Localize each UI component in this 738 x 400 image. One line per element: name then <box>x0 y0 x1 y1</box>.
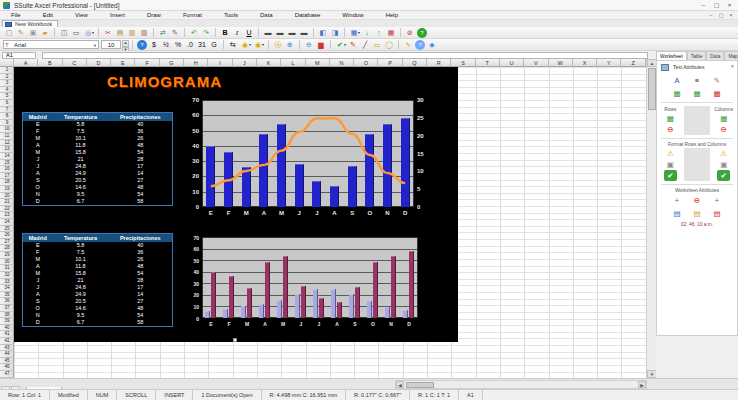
menu-draw[interactable]: Draw <box>136 11 172 20</box>
column-header-H[interactable]: H <box>184 59 208 67</box>
help-icon[interactable]: ? <box>417 28 427 38</box>
column-header-C[interactable]: C <box>63 59 87 67</box>
general-format-icon[interactable]: G <box>208 40 220 50</box>
side-tab-table[interactable]: Table <box>687 51 706 60</box>
side-tab-map[interactable]: Map <box>724 51 738 60</box>
side-tab-data[interactable]: Data <box>706 51 724 60</box>
menu-file[interactable]: File <box>0 11 32 20</box>
zoom-out-icon[interactable]: ⊖ <box>303 40 315 50</box>
row-header-29[interactable]: 29 <box>0 252 14 259</box>
menu-database[interactable]: Database <box>284 11 332 20</box>
row-header-19[interactable]: 19 <box>0 186 14 193</box>
new-document-icon[interactable]: ▢ <box>3 28 15 38</box>
table-append-icon[interactable]: ▦ <box>691 88 704 99</box>
database-remove-icon[interactable]: ⊘ <box>404 28 416 38</box>
menu-insert[interactable]: Insert <box>99 11 136 20</box>
column-header-U[interactable]: U <box>500 59 524 67</box>
column-header-R[interactable]: R <box>427 59 451 67</box>
horizontal-scroll-thumb[interactable] <box>406 382 434 388</box>
column-header-D[interactable]: D <box>87 59 111 67</box>
row-header-43[interactable]: 43 <box>0 345 14 352</box>
row-header-14[interactable]: 14 <box>0 153 14 160</box>
format-transfer-icon[interactable]: ⇄ <box>157 28 169 38</box>
draw-rectangle-icon[interactable]: ▭ <box>371 40 383 50</box>
side-tab-worksheet[interactable]: Worksheet <box>656 51 687 60</box>
split-window-icon[interactable]: ◨ <box>329 28 341 38</box>
column-header-F[interactable]: F <box>135 59 159 67</box>
draw-pencil-icon[interactable]: ✎ <box>169 28 181 38</box>
draw-lightning-icon[interactable]: ϟ <box>402 40 414 50</box>
row-header-13[interactable]: 13 <box>0 146 14 153</box>
column-header-N[interactable]: N <box>330 59 354 67</box>
redo-icon[interactable]: ↷ <box>200 28 212 38</box>
image-remove-icon[interactable]: ▤ <box>711 208 724 219</box>
horizontal-scrollbar[interactable]: ◀ ▶ <box>395 380 647 389</box>
column-header-K[interactable]: K <box>257 59 281 67</box>
row-header-25[interactable]: 25 <box>0 226 14 233</box>
menu-edit[interactable]: Edit <box>32 11 64 20</box>
row-header-10[interactable]: 10 <box>0 126 14 133</box>
column-apply-icon[interactable]: ✔ <box>717 170 730 181</box>
print-icon[interactable]: ▭ <box>70 28 82 38</box>
image-insert-icon[interactable]: ▤ <box>671 208 684 219</box>
row-header-12[interactable]: 12 <box>0 140 14 147</box>
print-preview-dropdown-icon[interactable]: ▾ <box>92 30 94 35</box>
row-header-18[interactable]: 18 <box>0 179 14 186</box>
column-header-Y[interactable]: Y <box>597 59 621 67</box>
mdi-minimize-icon[interactable]: – <box>706 11 716 19</box>
window-close-icon[interactable]: × <box>723 0 736 10</box>
font-size-input[interactable]: 10 <box>101 40 121 49</box>
row-header-3[interactable]: 3 <box>0 80 14 87</box>
font-name-select[interactable]: T Arial ▼ <box>3 40 99 49</box>
column-header-M[interactable]: M <box>306 59 330 67</box>
align-center-icon[interactable]: ▬ <box>274 28 286 38</box>
align-left-icon[interactable]: ▬ <box>262 28 274 38</box>
column-header-Q[interactable]: Q <box>403 59 427 67</box>
paste-icon[interactable]: ▥ <box>126 28 138 38</box>
open-folder-icon[interactable]: ▰ <box>39 28 51 38</box>
add-sheet-icon[interactable]: + <box>671 195 684 206</box>
font-attributes-icon[interactable]: A <box>671 75 684 86</box>
column-header-I[interactable]: I <box>208 59 232 67</box>
row-header-26[interactable]: 26 <box>0 232 14 239</box>
column-header-E[interactable]: E <box>111 59 135 67</box>
row-header-15[interactable]: 15 <box>0 160 14 167</box>
row-header-47[interactable]: 47 <box>0 371 14 378</box>
about-help-icon[interactable]: ? <box>415 40 425 50</box>
row-header-4[interactable]: 4 <box>0 87 14 94</box>
row-header-8[interactable]: 8 <box>0 113 14 120</box>
vertical-scroll-thumb[interactable] <box>648 68 656 110</box>
spreadsheet-grid[interactable]: 1234567891011121314151617181920212223242… <box>0 67 646 378</box>
delete-column-icon[interactable]: ⊖ <box>717 124 730 135</box>
sort-ascending-icon[interactable]: ↑ <box>373 28 385 38</box>
insert-row-icon[interactable]: ▦ <box>664 113 677 124</box>
row-header-30[interactable]: 30 <box>0 259 14 266</box>
column-header-X[interactable]: X <box>573 59 597 67</box>
menu-data[interactable]: Data <box>249 11 284 20</box>
draw-color-pencil-icon[interactable]: ✎ <box>347 40 359 50</box>
row-header-46[interactable]: 46 <box>0 364 14 371</box>
column-header-A[interactable]: A <box>14 59 38 67</box>
column-settings-icon[interactable]: ▣ <box>717 159 730 170</box>
copy-page-icon[interactable]: ▣ <box>27 28 39 38</box>
bold-icon[interactable]: B <box>219 28 231 38</box>
italic-icon[interactable]: I <box>231 28 243 38</box>
row-header-38[interactable]: 38 <box>0 312 14 319</box>
cell-reference-box[interactable] <box>2 52 36 59</box>
window-maximize-icon[interactable]: ▢ <box>710 0 723 10</box>
export-dropdown-icon[interactable]: ▾ <box>358 30 360 35</box>
mdi-maximize-icon[interactable]: ▢ <box>716 11 726 19</box>
draw-ellipse-icon[interactable]: ◯ <box>383 40 395 50</box>
chart-icon[interactable]: ▆ <box>315 40 327 50</box>
column-header-T[interactable]: T <box>476 59 500 67</box>
row-warning-icon[interactable]: ⚠ <box>664 148 677 159</box>
row-header-24[interactable]: 24 <box>0 219 14 226</box>
column-header-O[interactable]: O <box>354 59 378 67</box>
currency-coin-2-dropdown-icon[interactable]: ▾ <box>262 42 264 47</box>
fraction-format-icon[interactable]: ½ <box>160 40 172 50</box>
row-header-28[interactable]: 28 <box>0 245 14 252</box>
row-header-9[interactable]: 9 <box>0 120 14 127</box>
date-format-icon[interactable]: 31 <box>196 40 208 50</box>
table-insert-icon[interactable]: ▦ <box>671 88 684 99</box>
row-header-2[interactable]: 2 <box>0 74 14 81</box>
